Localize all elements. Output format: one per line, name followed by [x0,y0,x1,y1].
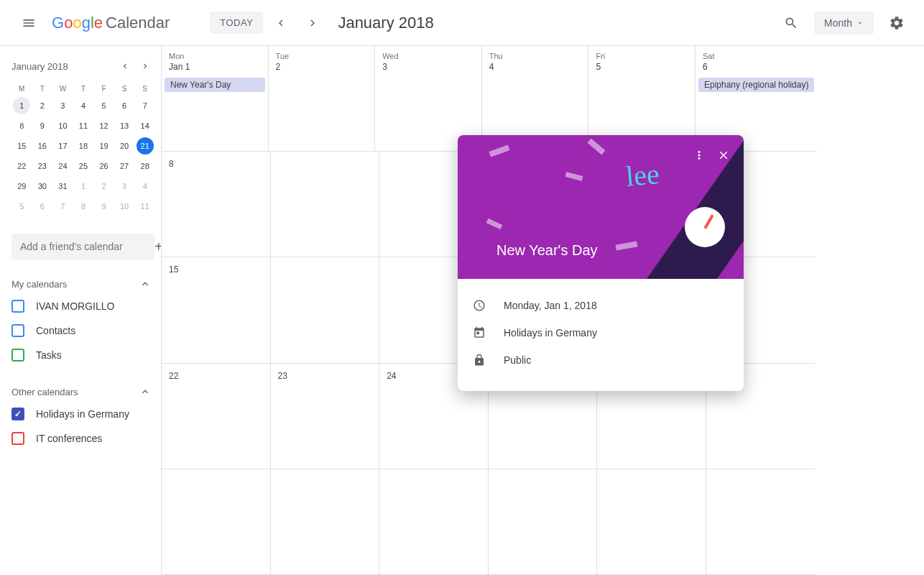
other-calendars-toggle[interactable]: Other calendars [11,382,151,402]
mini-dow-label: S [114,82,135,96]
calendar-checkbox[interactable] [11,349,24,362]
today-button[interactable]: TODAY [210,12,263,34]
mini-day-cell[interactable]: 30 [34,178,51,195]
mini-day-cell[interactable]: 28 [137,157,154,175]
mini-day-cell[interactable]: 25 [75,157,92,175]
mini-day-cell[interactable]: 20 [116,137,133,155]
calendar-list-item[interactable]: Contacts [11,318,151,343]
mini-day-cell[interactable]: 19 [96,137,113,155]
chevron-up-icon [139,278,151,290]
calendar-list-item[interactable]: Tasks [11,343,151,367]
mini-day-cell[interactable]: 18 [75,137,92,155]
view-selector-label: Month [824,17,852,29]
mini-day-cell[interactable]: 5 [96,97,113,114]
mini-prev-button[interactable] [116,58,134,75]
mini-day-cell[interactable]: 16 [34,137,51,155]
day-cell[interactable]: MonJan 1New Year's Day [162,46,269,152]
day-cell[interactable]: Tue2 [269,46,376,152]
calendar-checkbox[interactable] [11,408,24,420]
day-cell[interactable] [271,152,380,257]
dow-label: Mon [165,49,265,60]
clock-icon [472,299,486,312]
mini-day-cell[interactable]: 3 [54,97,71,114]
mini-next-button[interactable] [137,58,154,75]
day-cell[interactable] [271,469,380,575]
day-cell[interactable]: 23 [271,364,380,469]
calendar-checkbox[interactable] [11,432,24,445]
popup-more-button[interactable] [689,145,709,165]
mini-day-cell[interactable]: 26 [96,157,113,175]
dow-label: Thu [485,49,586,60]
day-cell[interactable] [489,469,598,575]
mini-day-cell[interactable]: 1 [13,97,30,114]
calendar-list-item[interactable]: Holidays in Germany [11,402,151,426]
mini-day-cell[interactable]: 23 [34,157,51,175]
mini-day-cell[interactable]: 3 [116,178,133,195]
day-cell[interactable] [379,469,489,575]
day-number: 3 [378,60,479,76]
mini-day-cell[interactable]: 2 [96,178,113,195]
next-period-button[interactable] [299,9,326,37]
day-number: 22 [165,367,267,385]
calendar-grid: MonJan 1New Year's DayTue2Wed3Thu4Fri5Sa… [162,46,924,575]
mini-day-cell[interactable]: 29 [13,178,30,195]
calendar-checkbox[interactable] [11,300,24,313]
mini-day-cell[interactable]: 14 [137,117,154,134]
day-cell[interactable]: 8 [162,152,271,257]
mini-day-cell[interactable]: 7 [54,198,71,215]
day-cell[interactable] [706,469,816,575]
calendar-list-item[interactable]: IVAN MORGILLO [11,294,151,318]
settings-button[interactable] [881,7,913,39]
day-cell[interactable] [162,469,271,575]
mini-day-cell[interactable]: 4 [75,97,92,114]
mini-dow-label: T [73,82,94,96]
mini-day-cell[interactable]: 2 [34,97,51,114]
mini-day-cell[interactable]: 12 [96,117,113,134]
mini-day-cell[interactable]: 1 [75,178,92,195]
calendar-label: Contacts [36,325,75,336]
mini-day-cell[interactable]: 24 [54,157,71,175]
calendar-label: Tasks [36,349,62,361]
mini-day-cell[interactable]: 31 [54,178,71,195]
close-icon [717,149,730,162]
calendar-list-item[interactable]: IT conferences [11,426,151,451]
day-cell[interactable]: 22 [162,364,271,469]
mini-day-cell[interactable]: 21 [137,137,154,155]
mini-day-cell[interactable]: 6 [34,198,51,215]
view-selector[interactable]: Month [814,12,874,34]
search-button[interactable] [775,7,807,39]
mini-day-cell[interactable]: 13 [116,117,133,134]
mini-day-cell[interactable]: 10 [116,198,133,215]
main-menu-button[interactable] [11,6,46,40]
mini-day-cell[interactable]: 22 [13,157,30,175]
mini-day-cell[interactable]: 5 [13,198,30,215]
add-friend-calendar-input[interactable] [11,234,154,259]
add-calendar-button[interactable]: + [154,239,162,255]
mini-day-cell[interactable]: 10 [54,117,71,134]
mini-day-cell[interactable]: 9 [96,198,113,215]
mini-day-cell[interactable]: 11 [137,198,154,215]
day-cell[interactable]: 15 [162,257,271,363]
event-chip[interactable]: Epiphany (regional holiday) [698,78,814,92]
popup-close-button[interactable] [713,145,734,165]
mini-day-cell[interactable]: 8 [75,198,92,215]
mini-day-cell[interactable]: 7 [137,97,154,114]
gear-icon [889,15,905,31]
mini-day-cell[interactable]: 15 [13,137,30,155]
calendar-label: Holidays in Germany [36,408,129,420]
mini-day-cell[interactable]: 4 [137,178,154,195]
day-cell[interactable] [271,257,380,363]
event-chip[interactable]: New Year's Day [165,78,265,92]
day-cell[interactable] [597,469,706,575]
mini-day-cell[interactable]: 6 [116,97,133,114]
calendar-icon [472,326,486,339]
calendar-checkbox[interactable] [11,324,24,337]
mini-day-cell[interactable]: 9 [34,117,51,134]
prev-period-button[interactable] [267,9,295,37]
my-calendars-toggle[interactable]: My calendars [11,274,151,294]
mini-day-cell[interactable]: 17 [54,137,71,155]
mini-day-cell[interactable]: 27 [116,157,133,175]
mini-dow-label: S [134,82,155,96]
mini-day-cell[interactable]: 11 [75,117,92,134]
mini-day-cell[interactable]: 8 [13,117,30,134]
